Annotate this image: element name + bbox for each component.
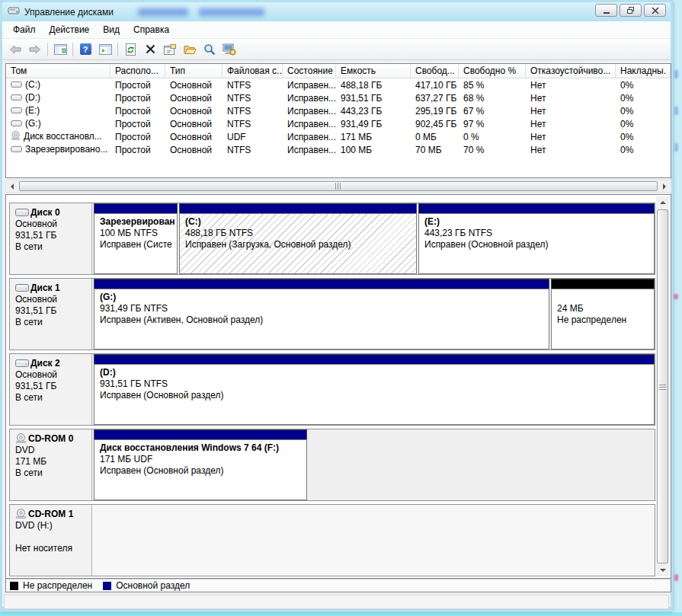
- toolbar-separator: [72, 43, 73, 56]
- background-window-ghost: [138, 8, 188, 16]
- menu-bar: Файл Действие Вид Справка: [2, 21, 671, 39]
- partition-color-bar: [94, 354, 655, 364]
- delete-button[interactable]: [140, 40, 160, 59]
- table-row[interactable]: Зарезервировано... Простой Основной NTFS…: [6, 143, 671, 156]
- scroll-down-button[interactable]: [657, 564, 668, 576]
- vertical-scrollbar-thumb[interactable]: [657, 209, 668, 563]
- help-button[interactable]: ?: [75, 40, 95, 59]
- legend-label-unallocated: Не распределен: [23, 580, 92, 591]
- open-button[interactable]: [180, 40, 200, 59]
- toolbar: ?: [2, 39, 671, 60]
- disk-label[interactable]: CD-ROM 1 DVD (H:) Нет носителя: [10, 505, 92, 576]
- partition-strip: (G:) 931,49 ГБ NTFS Исправен (Активен, О…: [92, 279, 655, 349]
- scrollbar-grip: [335, 183, 342, 190]
- partition-strip: (D:) 931,51 ГБ NTFS Исправен (Основной р…: [92, 354, 655, 425]
- app-icon: [8, 5, 20, 18]
- table-row[interactable]: (G:) Простой Основной NTFS Исправен... 9…: [6, 117, 671, 130]
- volume-icon: [11, 145, 22, 155]
- volume-icon: [11, 80, 22, 91]
- partition-strip: Диск восстановления Windows 7 64 (F:) 17…: [92, 429, 655, 500]
- disk-label[interactable]: Диск 2 Основной 931,51 ГБ В сети: [10, 354, 92, 425]
- close-button[interactable]: [644, 4, 666, 17]
- desktop-artifact: [674, 143, 678, 152]
- action-pane-button[interactable]: [95, 40, 115, 59]
- down-arrow-icon: [660, 569, 666, 572]
- column-header-layout[interactable]: Располо...: [110, 64, 165, 78]
- menu-file[interactable]: Файл: [6, 21, 43, 38]
- scroll-right-button[interactable]: [658, 180, 671, 192]
- status-bar: [4, 595, 669, 609]
- partition-g[interactable]: (G:) 931,49 ГБ NTFS Исправен (Активен, О…: [94, 279, 549, 349]
- legend-bar: Не распределен Основной раздел: [5, 579, 671, 592]
- menu-help[interactable]: Справка: [126, 21, 176, 38]
- action-pane-icon: [99, 44, 112, 55]
- back-button[interactable]: [5, 40, 25, 59]
- column-header-overhead[interactable]: Накладны.: [616, 64, 671, 78]
- volume-list-header: Том Располо... Тип Файловая с... Состоян…: [6, 64, 671, 78]
- column-header-status[interactable]: Состояние: [283, 64, 336, 78]
- find-button[interactable]: [200, 40, 219, 59]
- partition-color-bar: [94, 203, 178, 213]
- disk-icon: [15, 359, 29, 368]
- disk-label[interactable]: Диск 1 Основной 931,51 ГБ В сети: [10, 279, 92, 349]
- refresh-button[interactable]: [120, 40, 140, 59]
- legend-swatch-unallocated: [10, 582, 18, 590]
- console-tree-icon: [54, 44, 67, 55]
- partition-d[interactable]: (D:) 931,51 ГБ NTFS Исправен (Основной р…: [94, 354, 655, 425]
- titlebar[interactable]: Управление дисками: [2, 2, 671, 21]
- disk-management-window: Управление дисками Файл Действие Вид Спр…: [0, 0, 673, 611]
- delete-icon: [146, 44, 155, 54]
- cdrom-row-0: CD-ROM 0 DVD 171 МБ В сети Диск восстано…: [9, 429, 655, 501]
- disk-row-2: Диск 2 Основной 931,51 ГБ В сети (D:) 93…: [9, 353, 655, 426]
- restore-button[interactable]: [620, 4, 642, 17]
- table-row[interactable]: (C:) Простой Основной NTFS Исправен... 4…: [6, 78, 671, 91]
- toolbar-separator: [47, 43, 48, 56]
- unallocated-space[interactable]: 24 МБ Не распределен: [551, 279, 655, 349]
- manage-computer-button[interactable]: [219, 40, 239, 59]
- column-header-free[interactable]: Свобод...: [411, 64, 459, 78]
- find-icon: [203, 43, 216, 56]
- scroll-left-button[interactable]: [6, 180, 18, 192]
- column-header-fault-tolerance[interactable]: Отказоустойчиво...: [526, 64, 616, 78]
- partition-color-bar: [418, 203, 655, 213]
- volume-icon: [11, 93, 22, 104]
- desktop-artifact: [674, 294, 678, 299]
- menu-view[interactable]: Вид: [96, 21, 126, 38]
- scroll-up-button[interactable]: [657, 196, 668, 209]
- column-header-filesystem[interactable]: Файловая с...: [223, 64, 283, 78]
- disk-icon: [15, 283, 29, 292]
- partition-system-reserved[interactable]: Зарезервирован 100 МБ NTFS Исправен (Сис…: [94, 203, 178, 274]
- partition-strip: [92, 505, 655, 576]
- column-header-capacity[interactable]: Емкость: [336, 64, 411, 78]
- table-row[interactable]: (E:) Простой Основной NTFS Исправен... 4…: [6, 104, 671, 117]
- forward-button[interactable]: [25, 40, 45, 59]
- table-row[interactable]: (D:) Простой Основной NTFS Исправен... 9…: [6, 91, 671, 104]
- console-tree-button[interactable]: [50, 40, 70, 59]
- properties-button[interactable]: [160, 40, 180, 59]
- partition-f[interactable]: Диск восстановления Windows 7 64 (F:) 17…: [94, 429, 307, 500]
- partition-e[interactable]: (E:) 443,23 ГБ NTFS Исправен (Основной р…: [418, 203, 655, 274]
- desktop-artifact: [674, 70, 678, 78]
- partition-c[interactable]: (C:) 488,18 ГБ NTFS Исправен (Загрузка, …: [179, 203, 417, 274]
- volume-icon: [11, 106, 22, 116]
- cd-icon: [15, 509, 27, 519]
- horizontal-scrollbar[interactable]: [5, 180, 671, 193]
- horizontal-scrollbar-thumb[interactable]: [19, 181, 658, 191]
- disk-row-0: Диск 0 Основной 931,51 ГБ В сети Зарезер…: [9, 203, 655, 275]
- disk-label[interactable]: Диск 0 Основной 931,51 ГБ В сети: [10, 203, 92, 274]
- column-header-type[interactable]: Тип: [165, 64, 223, 78]
- column-header-free-pct[interactable]: Свободно %: [459, 64, 526, 78]
- disk-label[interactable]: CD-ROM 0 DVD 171 МБ В сети: [10, 429, 92, 500]
- minimize-button[interactable]: [595, 4, 617, 17]
- window-title: Управление дисками: [24, 7, 114, 18]
- help-icon: ?: [80, 43, 91, 55]
- column-header-volume[interactable]: Том: [6, 64, 110, 78]
- refresh-icon: [125, 43, 136, 56]
- left-arrow-icon: [11, 184, 14, 190]
- right-arrow-icon: [663, 184, 666, 190]
- cd-icon: [15, 433, 27, 443]
- vertical-scrollbar[interactable]: [656, 196, 669, 576]
- table-row[interactable]: Диск восстановл... Простой Основной UDF …: [6, 130, 671, 143]
- back-icon: [9, 45, 21, 54]
- menu-action[interactable]: Действие: [43, 21, 97, 38]
